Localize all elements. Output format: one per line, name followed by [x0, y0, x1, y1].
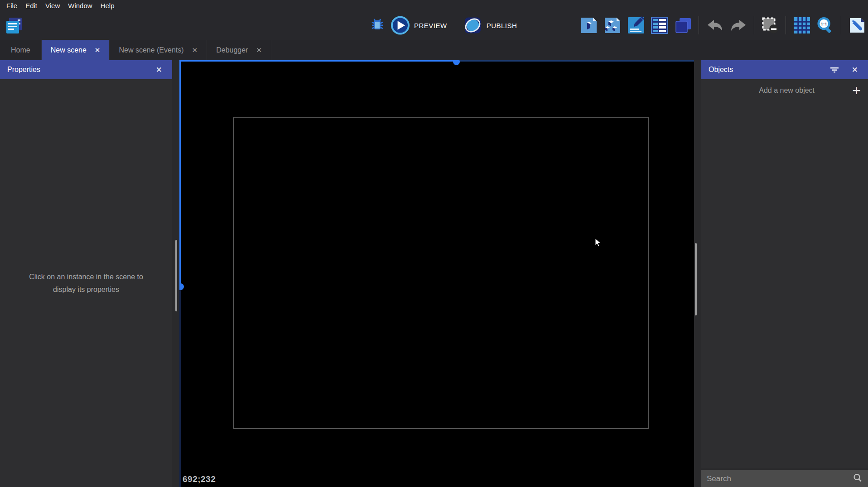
toolbar-separator	[841, 16, 841, 34]
objects-list[interactable]	[701, 102, 868, 468]
properties-empty-message: Click on an instance in the scene to dis…	[18, 271, 154, 295]
preview-play-icon[interactable]	[391, 16, 410, 35]
tab-new-scene[interactable]: New scene ✕	[42, 40, 110, 60]
properties-panel-title: Properties	[7, 66, 153, 74]
game-window-frame	[233, 117, 649, 429]
project-manager-icon[interactable]	[4, 15, 24, 36]
search-input[interactable]	[707, 474, 853, 483]
menu-window[interactable]: Window	[66, 1, 98, 10]
close-icon[interactable]: ✕	[192, 46, 198, 54]
selection-handle-left[interactable]	[179, 283, 184, 290]
tab-label: Home	[11, 46, 30, 54]
svg-text:1:1: 1:1	[821, 21, 828, 26]
undo-icon[interactable]	[705, 16, 724, 35]
tab-label: Debugger	[216, 46, 248, 54]
add-object-row[interactable]: Add a new object +	[701, 79, 868, 102]
instances-icon[interactable]	[674, 16, 692, 35]
objects-panel-header: Objects ✕	[701, 60, 868, 79]
objects-search-bar	[701, 468, 868, 487]
menu-bar: File Edit View Window Help	[0, 0, 868, 11]
tab-label: New scene (Events)	[119, 46, 183, 54]
menu-view[interactable]: View	[43, 1, 66, 10]
plus-icon[interactable]: +	[852, 83, 861, 98]
left-panel-divider[interactable]	[172, 60, 179, 487]
publish-button[interactable]: PUBLISH	[487, 22, 517, 29]
properties-panel-header: Properties ✕	[0, 60, 172, 79]
settings-wrench-icon[interactable]	[848, 16, 866, 35]
tab-new-scene-events[interactable]: New scene (Events) ✕	[110, 40, 207, 60]
grid-icon[interactable]	[792, 16, 811, 35]
scene-canvas[interactable]: 692;232	[179, 60, 694, 487]
filter-icon[interactable]	[830, 67, 839, 73]
selection-border-left	[179, 60, 181, 286]
tab-label: New scene	[51, 46, 87, 54]
selection-border-top	[179, 60, 457, 62]
tab-home[interactable]: Home	[0, 40, 42, 60]
redo-icon[interactable]	[729, 16, 747, 35]
zoom-1-1-icon[interactable]: 1:1	[816, 16, 834, 35]
deselect-icon[interactable]	[761, 16, 779, 35]
objects-panel-title: Objects	[709, 66, 830, 74]
close-icon[interactable]: ✕	[153, 64, 165, 76]
layers-icon[interactable]	[650, 16, 669, 35]
objects-panel: Objects ✕ Add a new object +	[701, 60, 868, 487]
cursor-coordinates: 692;232	[183, 474, 216, 484]
objects-group-icon[interactable]	[603, 16, 622, 35]
close-icon[interactable]: ✕	[849, 64, 861, 76]
main-area: Properties ✕ Click on an instance in the…	[0, 60, 868, 487]
canvas-vertical-scrollbar[interactable]	[175, 240, 177, 311]
main-toolbar: PREVIEW PUBLISH	[0, 11, 868, 40]
toolbar-separator	[699, 16, 699, 34]
edit-scene-icon[interactable]	[627, 16, 645, 35]
editor-tabbar: Home New scene ✕ New scene (Events) ✕ De…	[0, 40, 868, 60]
selection-handle-top[interactable]	[453, 60, 460, 65]
menu-file[interactable]: File	[5, 1, 24, 10]
publish-globe-icon[interactable]	[463, 16, 482, 35]
right-panel-divider[interactable]	[694, 60, 701, 487]
toolbar-right: 1:1	[579, 11, 866, 40]
canvas-vertical-scrollbar[interactable]	[695, 243, 697, 315]
search-icon[interactable]	[853, 473, 863, 485]
close-icon[interactable]: ✕	[256, 46, 262, 54]
preview-button[interactable]: PREVIEW	[414, 22, 447, 29]
toolbar-center: PREVIEW PUBLISH	[368, 11, 529, 40]
toolbar-separator	[754, 16, 754, 34]
properties-panel-body: Click on an instance in the scene to dis…	[0, 79, 172, 487]
mouse-cursor	[595, 238, 601, 247]
selection-border-top-dim	[457, 60, 694, 62]
tab-debugger[interactable]: Debugger ✕	[207, 40, 271, 60]
properties-panel: Properties ✕ Click on an instance in the…	[0, 60, 172, 487]
close-icon[interactable]: ✕	[95, 46, 101, 54]
add-object-label: Add a new object	[709, 86, 852, 95]
selection-border-left-dim	[179, 286, 181, 487]
toolbar-separator	[786, 16, 786, 34]
menu-help[interactable]: Help	[99, 1, 121, 10]
object-icon[interactable]	[579, 16, 598, 35]
debug-icon[interactable]	[368, 16, 386, 35]
menu-edit[interactable]: Edit	[24, 1, 43, 10]
